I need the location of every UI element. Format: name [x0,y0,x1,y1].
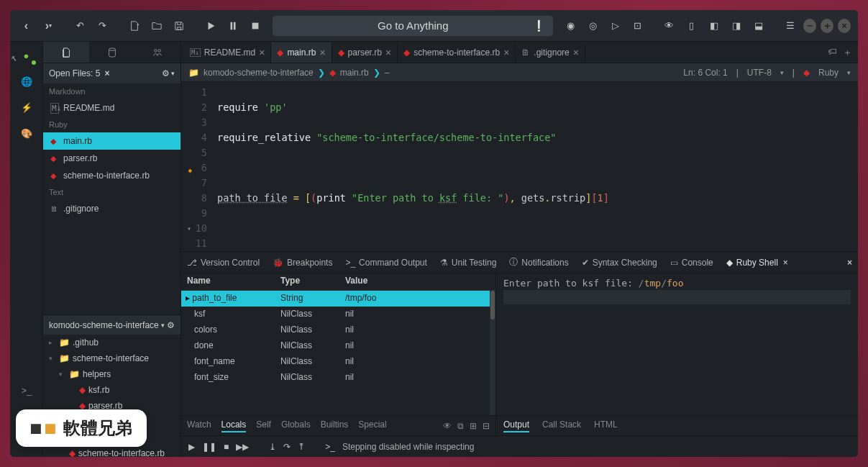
scrollbar[interactable] [490,291,495,415]
layout-single-icon[interactable]: ▯ [682,16,700,36]
col-header-value[interactable]: Value [339,273,495,290]
tree-item[interactable]: ▾📁scheme-to-interface [43,350,181,366]
step-out-button[interactable]: ⤒ [298,442,305,452]
save-button[interactable] [170,16,188,36]
sidetab-database[interactable] [89,42,135,63]
open-file-item[interactable]: M↓README.md [43,99,181,117]
shell-footer-tab[interactable]: Call Stack [542,420,581,432]
nav-back-button[interactable]: ‹ [17,16,35,36]
locals-row[interactable]: ksfNilClassnil [181,307,495,322]
tree-arrow-icon[interactable]: ▾ [49,355,56,362]
panel-tab[interactable]: >_Command Output [345,256,426,268]
view-eye-icon[interactable]: 👁 [660,16,678,36]
encoding-status[interactable]: UTF-8 [747,68,772,78]
locals-footer-tab[interactable]: Special [358,420,386,432]
shell-footer-tab[interactable]: Output [503,420,529,432]
eye-icon[interactable]: 👁 [443,421,452,431]
terminal-icon[interactable]: >_ [19,382,35,398]
tab-close-icon[interactable]: × [319,47,325,58]
locals-row[interactable]: path_to_fileString/tmp/foo [181,291,495,307]
add-icon[interactable]: ⊞ [470,421,477,431]
tab-close-icon[interactable]: × [783,258,788,268]
locals-footer-tab[interactable]: Builtins [321,420,349,432]
open-file-item[interactable]: 🗎.gitignore [43,200,181,217]
open-file-item[interactable]: ◆main.rb [43,132,181,150]
tab-close-icon[interactable]: × [259,47,265,58]
tree-arrow-icon[interactable]: ▾ [59,371,66,378]
redo-button[interactable]: ↷ [93,16,111,36]
locals-row[interactable]: font_sizeNilClassnil [181,370,495,386]
undo-button[interactable]: ↶ [71,16,89,36]
nav-forward-button[interactable]: ›▾ [40,16,58,36]
tree-item[interactable]: ▸📁.github [43,335,181,350]
panel-close-icon[interactable]: × [847,258,852,268]
breadcrumb-file[interactable]: main.rb [340,68,369,78]
record-start-icon[interactable]: ◉ [562,16,580,36]
line-col-status[interactable]: Ln: 6 Col: 1 [683,68,727,78]
run-button[interactable] [201,16,219,36]
tree-arrow-icon[interactable]: ▸ [49,339,56,346]
goto-anything-input[interactable]: Go to Anything ❕ [273,16,553,36]
locals-row[interactable]: font_nameNilClassnil [181,354,495,370]
tab-close-icon[interactable]: × [503,47,509,58]
panel-tab[interactable]: ✔Syntax Checking [582,256,657,268]
remove-icon[interactable]: ⊟ [483,421,490,431]
locals-footer-tab[interactable]: Locals [221,420,247,432]
tree-item[interactable]: ◆ksf.rb [43,382,181,398]
col-header-name[interactable]: Name [181,273,275,290]
record-play-icon[interactable]: ▷ [606,16,624,36]
pause-button[interactable] [224,16,242,36]
shell-input-line[interactable] [503,290,851,304]
language-status[interactable]: Ruby [818,68,839,78]
open-file-item[interactable]: ◆scheme-to-interface.rb [43,167,181,184]
panel-tab[interactable]: ⓘNotifications [509,256,568,268]
panel-tab[interactable]: ⚗Unit Testing [440,256,496,268]
new-file-button[interactable] [125,16,143,36]
step-in-button[interactable]: ⤓ [269,442,276,452]
step-over-button[interactable]: ↷ [283,442,291,452]
layout-right-icon[interactable]: ◨ [727,16,745,36]
breadcrumb-folder[interactable]: komodo-scheme-to-interface [204,68,314,78]
tree-item[interactable]: ◆scheme-to-interface.rb [43,445,181,457]
locals-footer-tab[interactable]: Watch [187,420,211,432]
shell-output[interactable]: Enter path to ksf file: /tmp/foo ↖ [496,273,858,415]
menu-icon[interactable]: ☰ [781,16,799,36]
editor-tab[interactable]: M↓README.md× [184,42,271,63]
code-editor[interactable]: 12345 🔸6 789 ▾10 1112 require 'pp' requi… [181,82,858,251]
editor-tab[interactable]: 🗎.gitignore× [516,42,585,63]
debug-pause-button[interactable]: ❚❚ [202,442,216,452]
open-file-button[interactable] [147,16,165,36]
chevron-down-icon[interactable]: ▾ [780,69,784,76]
globe-icon[interactable]: 🌐 [19,73,35,89]
tabbar-tag-icon[interactable]: 🏷 [828,46,837,59]
panel-tab[interactable]: ⎇Version Control [187,256,260,268]
code-content[interactable]: require 'pp' require_relative "scheme-to… [214,82,858,251]
layout-bottom-icon[interactable]: ⬓ [749,16,767,36]
debug-play-button[interactable]: ▶ [188,442,195,452]
flash-icon[interactable]: ⚡ [19,99,35,115]
status-dot-icon[interactable]: ● [19,47,35,63]
editor-tab[interactable]: ◆scheme-to-interface.rb× [398,42,516,63]
gear-icon[interactable]: ⚙ [167,320,175,330]
window-minimize-button[interactable]: − [803,19,816,33]
locals-row[interactable]: doneNilClassnil [181,338,495,354]
gear-icon[interactable]: ⚙ [162,68,170,78]
editor-tab[interactable]: ◆main.rb× [271,42,332,63]
chevron-down-icon[interactable]: ▾ [161,322,165,329]
tab-close-icon[interactable]: × [385,47,391,58]
palette-icon[interactable]: 🎨 [19,125,35,141]
col-header-type[interactable]: Type [275,273,339,290]
record-circle-icon[interactable]: ◎ [584,16,602,36]
panel-tab[interactable]: ◆Ruby Shell× [726,256,788,268]
open-file-item[interactable]: ◆parser.rb [43,150,181,167]
tab-close-icon[interactable]: × [573,47,579,58]
window-maximize-button[interactable]: ＋ [821,19,833,33]
shell-footer-tab[interactable]: HTML [594,420,618,432]
chevron-down-icon[interactable]: ▾ [847,69,851,76]
sidetab-collab[interactable] [134,42,181,63]
debug-fast-forward-button[interactable]: ▶▶ [236,442,249,452]
fold-toggle-icon[interactable]: ▾ [187,221,191,236]
panel-tab[interactable]: 🐞Breakpoints [273,256,332,268]
sidetab-files[interactable] [43,42,89,63]
locals-row[interactable]: colorsNilClassnil [181,322,495,338]
